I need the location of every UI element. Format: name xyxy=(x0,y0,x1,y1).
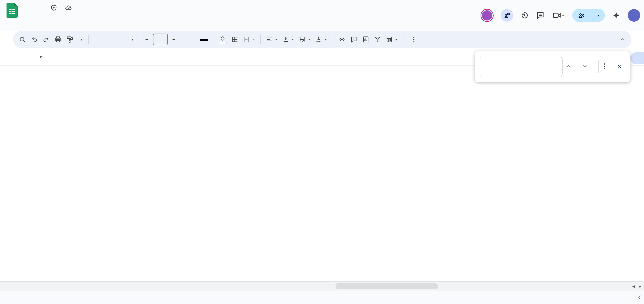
share-main[interactable] xyxy=(572,12,592,19)
sheets-logo-icon[interactable] xyxy=(6,3,18,18)
tab-scroll-left-edge-icon[interactable]: ‹ xyxy=(638,292,641,302)
toolbar-divider xyxy=(140,35,140,44)
top-right-cluster: ▼ ▼ xyxy=(480,2,640,29)
insert-chart-icon[interactable] xyxy=(362,36,370,43)
insert-comment-icon[interactable] xyxy=(350,36,358,43)
meet-camera-icon[interactable]: ▼ xyxy=(552,11,565,20)
clipped-blue-control xyxy=(630,52,644,64)
version-history-icon[interactable] xyxy=(520,11,529,20)
insert-link-icon[interactable] xyxy=(338,36,346,43)
top-bar: ▼ ▼ xyxy=(0,0,644,31)
find-previous-icon[interactable] xyxy=(562,60,575,73)
filter-icon[interactable] xyxy=(374,36,381,43)
paint-format-icon[interactable] xyxy=(66,36,74,43)
table-tools-button[interactable]: ▼ xyxy=(386,36,398,43)
gemini-sparkle-icon[interactable] xyxy=(612,11,621,20)
account-avatar[interactable] xyxy=(628,9,640,22)
collapse-toolbar-icon[interactable] xyxy=(618,36,626,43)
google-sheets-app: ▼ ▼ ▼ ← → ▼ xyxy=(0,0,644,304)
find-next-icon[interactable] xyxy=(578,60,592,73)
document-title-row xyxy=(28,4,73,12)
horizontal-scrollbar[interactable]: ◀ ▶ xyxy=(0,281,644,291)
font-selector[interactable]: ▼ xyxy=(129,38,134,41)
font-dropdown-icon[interactable]: ▼ xyxy=(131,38,134,41)
toolbar: ▼ ← → ▼ − + ▼ ▼ ▼ ▼ ▼ ▼ xyxy=(13,31,632,48)
toolbar-divider xyxy=(213,35,213,44)
collaborator-avatar[interactable] xyxy=(480,9,494,22)
increase-decimal-button[interactable]: → xyxy=(110,38,114,41)
more-toolbar-icon[interactable] xyxy=(413,37,414,42)
find-close-icon[interactable]: × xyxy=(613,60,626,73)
share-button[interactable]: ▼ xyxy=(572,9,605,22)
zoom-control[interactable]: ▼ xyxy=(78,38,83,41)
find-popup: × xyxy=(475,51,630,82)
merge-cells-button[interactable]: ▼ xyxy=(243,36,255,43)
find-more-options-icon[interactable] xyxy=(598,60,611,73)
name-box-dropdown-icon[interactable]: ▼ xyxy=(39,56,42,59)
borders-icon[interactable] xyxy=(231,36,238,43)
redo-icon[interactable] xyxy=(42,36,50,43)
formula-divider xyxy=(50,53,50,62)
toolbar-divider xyxy=(88,35,89,44)
spreadsheet-grid xyxy=(0,66,644,281)
text-rotation-button[interactable]: ▼ xyxy=(315,36,327,43)
toolbar-divider xyxy=(181,35,181,44)
decrease-decimal-button[interactable]: ← xyxy=(103,38,106,41)
toolbar-divider xyxy=(408,35,408,44)
text-color-button[interactable] xyxy=(200,38,208,41)
toolbar-divider xyxy=(333,35,333,44)
meet-dropdown-icon[interactable]: ▼ xyxy=(561,14,564,17)
find-input[interactable] xyxy=(480,57,562,76)
merge-dropdown-icon[interactable]: ▼ xyxy=(252,38,255,41)
scroll-right-icon[interactable]: ▶ xyxy=(639,284,641,288)
print-icon[interactable] xyxy=(54,36,62,43)
share-dropdown-icon[interactable]: ▼ xyxy=(592,14,605,17)
horizontal-align-button[interactable]: ▼ xyxy=(266,36,278,43)
increase-font-size-button[interactable]: + xyxy=(172,36,176,43)
anonymous-viewer-icon[interactable] xyxy=(500,9,513,22)
sheet-tab-bar xyxy=(0,291,644,304)
cloud-saved-icon[interactable] xyxy=(65,4,73,12)
undo-icon[interactable] xyxy=(30,36,38,43)
search-icon[interactable] xyxy=(19,36,26,43)
scrollbar-thumb[interactable] xyxy=(336,283,438,289)
decrease-font-size-button[interactable]: − xyxy=(145,36,148,43)
fill-color-button[interactable] xyxy=(218,35,226,44)
shield-add-icon[interactable] xyxy=(50,4,58,12)
text-wrap-button[interactable]: ▼ xyxy=(299,36,311,43)
star-icon[interactable] xyxy=(35,4,43,12)
vertical-align-button[interactable]: ▼ xyxy=(282,36,294,43)
scroll-left-icon[interactable]: ◀ xyxy=(632,284,635,288)
comment-history-icon[interactable] xyxy=(536,11,545,20)
zoom-dropdown-icon[interactable]: ▼ xyxy=(80,38,83,41)
font-size-input[interactable] xyxy=(153,34,168,45)
toolbar-divider xyxy=(260,35,260,44)
